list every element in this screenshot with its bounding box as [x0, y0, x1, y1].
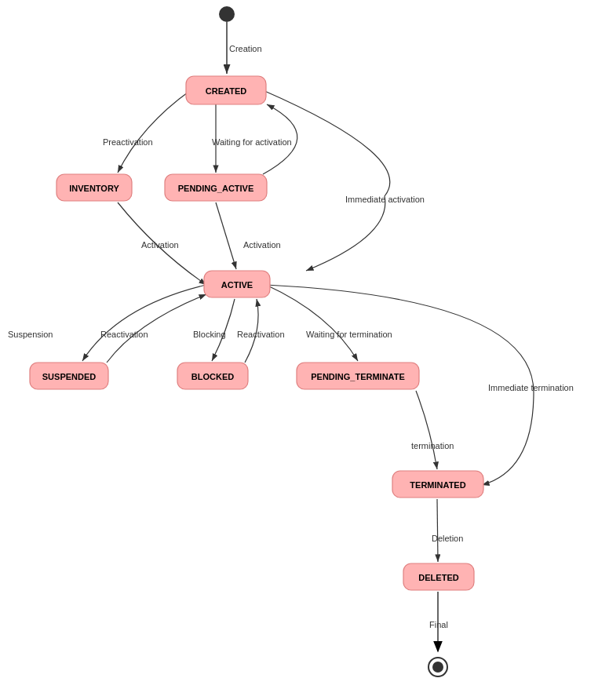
label-suspension: Suspension	[8, 330, 53, 339]
label-preactivation: Preactivation	[103, 137, 153, 147]
arrow-suspension	[82, 285, 206, 361]
arrow-termination	[416, 391, 437, 469]
state-pending-active-label: PENDING_ACTIVE	[178, 184, 254, 193]
label-immediate-termination: Immediate termination	[488, 383, 574, 392]
arrow-preactivation	[118, 90, 191, 173]
state-created-label: CREATED	[206, 86, 246, 96]
label-termination: termination	[411, 441, 454, 450]
label-waiting-activation: Waiting for activation	[212, 137, 292, 147]
state-diagram: Creation Preactivation Waiting for activ…	[0, 0, 609, 700]
label-activation-2: Activation	[243, 240, 281, 250]
state-pending-terminate-label: PENDING_TERMINATE	[311, 372, 405, 381]
arrow-pending-active	[216, 202, 236, 269]
state-inventory-label: INVENTORY	[69, 184, 119, 193]
final-state-inner	[432, 662, 443, 673]
label-reactivation-1: Reactivation	[100, 330, 148, 339]
arrow-waiting-termination	[266, 285, 358, 361]
state-suspended-label: SUSPENDED	[42, 372, 97, 381]
initial-state	[219, 6, 235, 22]
state-active-label: ACTIVE	[221, 280, 253, 290]
label-waiting-termination: Waiting for termination	[306, 330, 392, 339]
arrow-reactivation-suspended	[107, 294, 206, 363]
label-blocking: Blocking	[193, 330, 226, 339]
label-deletion: Deletion	[432, 534, 463, 543]
state-terminated-label: TERMINATED	[410, 480, 465, 490]
diagram-svg: Creation Preactivation Waiting for activ…	[0, 0, 609, 700]
state-blocked-label: BLOCKED	[191, 372, 234, 381]
label-activation-1: Activation	[141, 240, 179, 250]
arrow-immediate-activation	[263, 90, 390, 271]
label-creation: Creation	[229, 44, 262, 53]
label-reactivation-2: Reactivation	[237, 330, 285, 339]
label-immediate-activation: Immediate activation	[345, 195, 425, 204]
arrow-deletion	[437, 499, 438, 562]
state-deleted-label: DELETED	[418, 573, 458, 582]
label-final: Final	[429, 620, 448, 629]
